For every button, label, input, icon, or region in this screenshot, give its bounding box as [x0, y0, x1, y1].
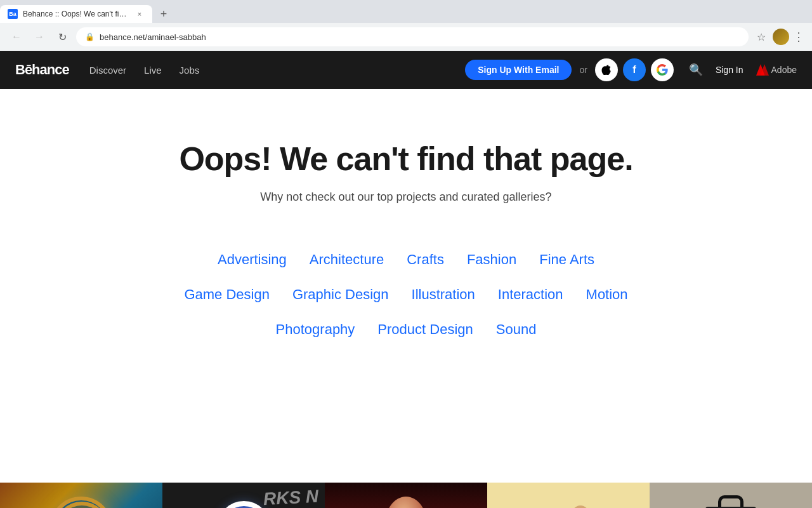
address-bar[interactable]: 🔒 behance.net/aminael-sabbah — [76, 27, 749, 46]
bag-graphic: KATA XMA ♦♦♦ — [650, 483, 812, 508]
gallery-item-characters[interactable] — [487, 483, 650, 508]
nav-right-actions: 🔍 Sign In Adobe — [689, 63, 797, 77]
lock-icon: 🔒 — [85, 32, 95, 41]
adobe-label: Adobe — [771, 65, 797, 75]
browser-window: Ba Behance :: Oops! We can't find... × +… — [0, 0, 812, 51]
categories-row-1: Advertising Architecture Crafts Fashion … — [206, 242, 606, 277]
signup-email-button[interactable]: Sign Up With Email — [465, 60, 572, 80]
nav-discover[interactable]: Discover — [89, 65, 126, 76]
tab-close-button[interactable]: × — [134, 9, 145, 19]
nav-links: Discover Live Jobs — [89, 65, 466, 76]
categories-section: Advertising Architecture Crafts Fashion … — [173, 242, 639, 347]
category-photography[interactable]: Photography — [265, 312, 367, 347]
apple-signin-button[interactable] — [595, 58, 618, 81]
main-navigation: Bēhance Discover Live Jobs Sign Up With … — [0, 51, 812, 89]
portrait-graphic — [325, 483, 487, 508]
forward-button[interactable]: → — [30, 28, 48, 46]
category-motion[interactable]: Motion — [575, 277, 639, 312]
signin-link[interactable]: Sign In — [716, 65, 743, 75]
google-signin-button[interactable] — [651, 58, 674, 81]
tab-title: Behance :: Oops! We can't find... — [23, 10, 129, 18]
star-button[interactable]: ☆ — [754, 29, 769, 44]
category-advertising[interactable]: Advertising — [206, 242, 298, 277]
gallery-row: RKS N — [0, 483, 812, 508]
active-tab[interactable]: Ba Behance :: Oops! We can't find... × — [0, 5, 152, 23]
categories-row-3: Photography Product Design Sound — [265, 312, 548, 347]
nav-live[interactable]: Live — [144, 65, 162, 76]
gallery-item-portrait[interactable] — [325, 483, 487, 508]
svg-point-2 — [56, 504, 107, 509]
category-crafts[interactable]: Crafts — [395, 242, 455, 277]
category-illustration[interactable]: Illustration — [400, 277, 487, 312]
gallery-item-book[interactable]: RKS N — [162, 483, 325, 508]
reload-button[interactable]: ↻ — [53, 28, 71, 46]
tab-favicon: Ba — [8, 9, 18, 19]
new-tab-button[interactable]: + — [155, 5, 173, 23]
browser-menu-button[interactable]: ⋮ — [793, 30, 804, 44]
adobe-link[interactable]: Adobe — [756, 64, 797, 76]
category-architecture[interactable]: Architecture — [298, 242, 395, 277]
category-fashion[interactable]: Fashion — [455, 242, 528, 277]
error-heading: Oops! We can't find that page. — [179, 140, 632, 178]
watch-graphic — [49, 497, 113, 509]
or-text: or — [579, 65, 587, 75]
category-sound[interactable]: Sound — [485, 312, 548, 347]
main-content: Oops! We can't find that page. Why not c… — [0, 89, 812, 483]
gallery-item-bag[interactable]: KATA XMA ♦♦♦ — [650, 483, 812, 508]
error-subtext: Why not check out our top projects and c… — [260, 190, 551, 204]
facebook-signin-button[interactable]: f — [623, 58, 646, 81]
behance-logo: Bēhance — [15, 62, 69, 78]
behance-site: Bēhance Discover Live Jobs Sign Up With … — [0, 51, 812, 508]
category-product-design[interactable]: Product Design — [366, 312, 484, 347]
nav-jobs[interactable]: Jobs — [180, 65, 200, 76]
categories-row-2: Game Design Graphic Design Illustration … — [173, 277, 639, 312]
book-title-text: RKS N — [263, 488, 318, 508]
toolbar-actions: ☆ ⋮ — [754, 29, 804, 45]
profile-avatar[interactable] — [773, 29, 789, 45]
browser-tabs-bar: Ba Behance :: Oops! We can't find... × + — [0, 0, 812, 23]
category-graphic-design[interactable]: Graphic Design — [281, 277, 400, 312]
category-game-design[interactable]: Game Design — [173, 277, 281, 312]
url-text: behance.net/aminael-sabbah — [100, 32, 740, 42]
browser-toolbar: ← → ↻ 🔒 behance.net/aminael-sabbah ☆ ⋮ — [0, 23, 812, 51]
characters-graphic — [487, 483, 650, 508]
search-icon[interactable]: 🔍 — [689, 63, 703, 77]
book-circular-design — [217, 501, 271, 508]
category-interaction[interactable]: Interaction — [487, 277, 575, 312]
category-fine-arts[interactable]: Fine Arts — [528, 242, 606, 277]
gallery-item-watch[interactable] — [0, 483, 162, 508]
back-button[interactable]: ← — [8, 28, 25, 46]
